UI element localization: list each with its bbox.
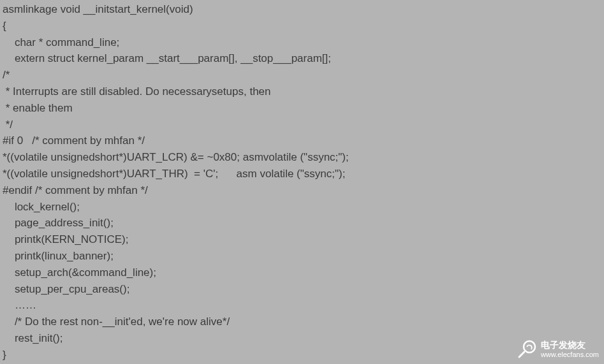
code-line: #if 0 /* comment by mhfan */ (0, 133, 604, 149)
watermark: 电子发烧友 www.elecfans.com (515, 338, 599, 361)
code-line: */ (0, 117, 604, 133)
watermark-url: www.elecfans.com (541, 351, 599, 358)
code-line: *((volatile unsignedshort*)UART_LCR) &= … (0, 149, 604, 166)
code-line: lock_kernel(); (0, 199, 604, 215)
code-block: asmlinkage void __initstart_kernel(void)… (0, 0, 604, 363)
code-line: …… (0, 297, 604, 314)
code-line: rest_init(); (0, 330, 604, 347)
code-line: char * command_line; (0, 34, 604, 51)
code-line: #endif /* comment by mhfan */ (0, 182, 604, 199)
watermark-title: 电子发烧友 (541, 340, 599, 350)
code-line: /* Do the rest non-__init'ed, we're now … (0, 314, 604, 330)
code-line: *((volatile unsignedshort*)UART_THR) = '… (0, 166, 604, 182)
code-line: { (0, 18, 604, 34)
code-line: } (0, 347, 604, 363)
code-line: setup_arch(&command_line); (0, 265, 604, 281)
code-line: * enable them (0, 100, 604, 117)
code-line: printk(KERN_NOTICE); (0, 231, 604, 248)
code-line: asmlinkage void __initstart_kernel(void) (0, 1, 604, 18)
watermark-logo-icon (515, 338, 538, 361)
svg-point-0 (524, 341, 535, 353)
code-line: /* (0, 67, 604, 84)
code-line: page_address_init(); (0, 215, 604, 231)
code-line: setup_per_cpu_areas(); (0, 281, 604, 298)
code-line: printk(linux_banner); (0, 248, 604, 265)
watermark-text: 电子发烧友 www.elecfans.com (541, 340, 599, 358)
code-line: extern struct kernel_param __start___par… (0, 50, 604, 67)
code-line: * Interrupts are still disabled. Do nece… (0, 84, 604, 100)
